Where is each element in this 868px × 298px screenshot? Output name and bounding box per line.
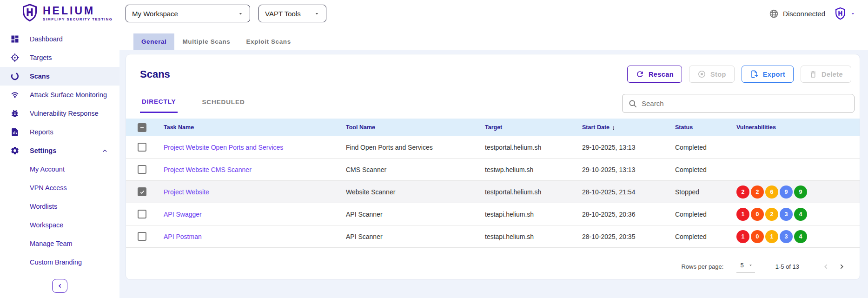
export-button[interactable]: Export — [742, 66, 794, 83]
table-row[interactable]: Project WebsiteWebsite Scannertestportal… — [126, 181, 860, 203]
globe-icon — [769, 9, 779, 19]
task-name-link[interactable]: Project Website — [164, 188, 346, 196]
subtab-label: DIRECTLY — [142, 98, 176, 105]
workspace-select[interactable]: My Workspace — [126, 5, 250, 22]
row-checkbox-cell — [138, 232, 164, 241]
tab-general[interactable]: General — [133, 33, 174, 50]
vuln-badge-critical: 2 — [736, 185, 749, 199]
vuln-badge-low: 9 — [780, 185, 793, 199]
account-shield-icon[interactable] — [835, 7, 846, 20]
stop-button[interactable]: Stop — [689, 66, 735, 83]
chevron-up-icon — [101, 147, 108, 154]
vapt-tools-select[interactable]: VAPT Tools — [258, 5, 326, 22]
sidebar-item-settings[interactable]: Settings — [0, 141, 119, 160]
row-checkbox[interactable] — [138, 232, 146, 241]
column-header-tool-name[interactable]: Tool Name — [346, 124, 485, 131]
task-name-link[interactable]: Project Website CMS Scanner — [164, 166, 346, 173]
vuln-badge-low: 3 — [780, 208, 793, 221]
vulnerability-badges: 10234 — [736, 208, 860, 221]
tab-multiple-scans[interactable]: Multiple Scans — [174, 33, 238, 50]
table-row[interactable]: Project Website Open Ports and ServicesF… — [126, 136, 860, 159]
sidebar-item-label: Attack Surface Monitoring — [30, 91, 107, 99]
column-header-task-name[interactable]: Task Name — [164, 124, 346, 131]
sidebar-item-targets[interactable]: Targets — [0, 48, 119, 67]
sidebar-collapse-button[interactable] — [52, 279, 67, 293]
page-tabs: General Multiple Scans Exploit Scans — [133, 33, 868, 50]
column-header-start-date[interactable]: Start Date ↓ — [582, 124, 675, 131]
tab-label: General — [141, 38, 166, 45]
sidebar-subitem-manage-team[interactable]: Manage Team — [0, 234, 119, 253]
caret-down-icon — [238, 11, 244, 17]
row-checkbox[interactable] — [138, 165, 146, 174]
status-text: Stopped — [675, 188, 736, 196]
vuln-badge-medium: 1 — [765, 230, 778, 243]
card-wrapper: Scans Rescan Stop — [119, 50, 868, 298]
chevron-left-icon — [822, 263, 830, 271]
row-checkbox-cell — [138, 143, 164, 152]
sidebar-item-dashboard[interactable]: Dashboard — [0, 30, 119, 48]
vuln-badge-low: 3 — [780, 230, 793, 243]
rows-per-page-select[interactable]: 5 — [736, 261, 755, 272]
tab-exploit-scans[interactable]: Exploit Scans — [238, 33, 298, 50]
sidebar-subitem-wordlists[interactable]: Wordlists — [0, 197, 119, 216]
table-row[interactable]: API PostmanAPI Scannertestapi.helium.sh2… — [126, 225, 860, 248]
sidebar-subitem-my-account[interactable]: My Account — [0, 160, 119, 179]
subtab-scheduled[interactable]: SCHEDULED — [200, 95, 246, 112]
tool-name: Website Scanner — [346, 188, 485, 196]
column-header-label: Start Date — [582, 124, 610, 131]
select-all-checkbox[interactable] — [138, 123, 146, 132]
export-button-label: Export — [763, 71, 785, 78]
vuln-badge-medium: 6 — [765, 185, 778, 199]
account-menu-caret-icon[interactable] — [850, 11, 856, 17]
task-name-link[interactable]: API Swagger — [164, 211, 346, 218]
row-checkbox-cell — [138, 165, 164, 174]
column-header-status[interactable]: Status — [675, 124, 736, 131]
sidebar-item-attack-surface-monitoring[interactable]: Attack Surface Monitoring — [0, 86, 119, 104]
chevron-right-icon — [838, 263, 846, 271]
sidebar-subitem-vpn-access[interactable]: VPN Access — [0, 179, 119, 197]
sidebar-subitem-label: Wordlists — [30, 203, 57, 210]
tool-name: CMS Scanner — [346, 166, 485, 173]
sidebar-item-label: Targets — [30, 54, 52, 61]
search-input[interactable] — [642, 99, 848, 107]
sidebar-item-scans[interactable]: Scans — [0, 67, 119, 86]
task-name-link[interactable]: Project Website Open Ports and Services — [164, 144, 346, 151]
table-body: Project Website Open Ports and ServicesF… — [126, 136, 860, 248]
vuln-badge-info: 4 — [794, 208, 807, 221]
sidebar-item-label: Settings — [30, 147, 56, 154]
row-checkbox[interactable] — [138, 187, 146, 196]
status-text: Completed — [675, 211, 736, 218]
refresh-icon — [636, 70, 644, 79]
next-page-button[interactable] — [834, 258, 849, 274]
target-host: testwp.helium.sh — [485, 166, 582, 173]
sidebar-item-vulnerability-response[interactable]: Vulnerability Response — [0, 104, 119, 123]
previous-page-button[interactable] — [818, 258, 834, 274]
start-date: 28-10-2025, 20:36 — [582, 211, 675, 218]
sidebar-item-reports[interactable]: Reports — [0, 123, 119, 141]
task-name-link[interactable]: API Postman — [164, 233, 346, 240]
vuln-badge-info: 9 — [794, 185, 807, 199]
table-row[interactable]: Project Website CMS ScannerCMS Scannerte… — [126, 159, 860, 181]
rescan-button[interactable]: Rescan — [627, 66, 682, 83]
column-header-vulnerabilities[interactable]: Vulnerabilities — [736, 124, 860, 131]
sidebar-subitem-custom-branding[interactable]: Custom Branding — [0, 253, 119, 272]
target-host: testapi.helium.sh — [485, 211, 582, 218]
app-logo: HELIUM SIMPLIFY SECURITY TESTING — [0, 3, 119, 24]
sidebar-subitem-label: Workspace — [30, 221, 63, 229]
sidebar-subitem-workspace[interactable]: Workspace — [0, 216, 119, 234]
tool-name: API Scanner — [346, 233, 485, 240]
delete-button[interactable]: Delete — [801, 66, 851, 83]
subtab-directly[interactable]: DIRECTLY — [140, 94, 178, 113]
gear-icon — [10, 146, 20, 155]
page-title: Scans — [140, 68, 170, 80]
status-text: Completed — [675, 144, 736, 151]
table-header: Task Name Tool Name Target Start Date ↓ … — [126, 119, 860, 136]
target-host: testportal.helium.sh — [485, 188, 582, 196]
row-checkbox[interactable] — [138, 210, 146, 219]
table-row[interactable]: API SwaggerAPI Scannertestapi.helium.sh2… — [126, 203, 860, 225]
row-checkbox[interactable] — [138, 143, 146, 152]
column-header-target[interactable]: Target — [485, 124, 582, 131]
brand-name: HELIUM — [43, 6, 113, 16]
topbar: HELIUM SIMPLIFY SECURITY TESTING My Work… — [0, 0, 868, 27]
export-file-icon — [750, 70, 759, 79]
